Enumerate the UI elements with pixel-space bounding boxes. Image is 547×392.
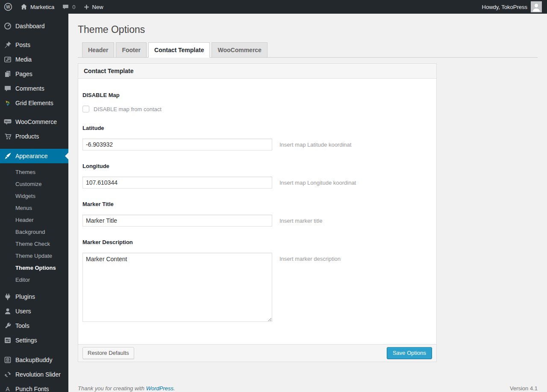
- dashboard-icon: [0, 22, 15, 30]
- user-avatar[interactable]: [531, 1, 542, 12]
- howdy-account-link[interactable]: Howdy, TokoPress: [482, 4, 527, 10]
- new-content-button[interactable]: New: [79, 0, 107, 14]
- sidebar-item-grid-elements[interactable]: Grid Elements: [0, 96, 68, 110]
- wordpress-logo-icon: W: [4, 3, 12, 11]
- comments-bubble-button[interactable]: 0: [58, 0, 79, 14]
- field-marker-title: Marker Title Insert marker title: [82, 201, 431, 227]
- backup-drive-icon: [0, 356, 15, 364]
- latitude-label: Latitude: [82, 125, 431, 131]
- wrench-icon: [0, 321, 15, 330]
- restore-defaults-button[interactable]: Restore Defaults: [82, 347, 134, 359]
- submenu-item-header[interactable]: Header: [0, 214, 68, 226]
- site-name-label: Marketica: [30, 4, 54, 10]
- field-disable-map: DISABLE Map DISABLE map from contact: [82, 92, 431, 112]
- plugin-icon: [0, 292, 15, 301]
- pages-icon: [0, 70, 15, 78]
- sidebar-item-revolution-slider[interactable]: Revolution Slider: [0, 367, 68, 382]
- comments-count: 0: [72, 4, 75, 10]
- page-footer: Thank you for creating with WordPress. V…: [78, 385, 538, 392]
- admin-bar: W Marketica 0 New Howdy, TokoPress: [0, 0, 547, 14]
- field-marker-description: Marker Description Marker Content Insert…: [82, 239, 431, 322]
- disable-map-checkbox-label: DISABLE map from contact: [94, 106, 162, 112]
- sidebar-item-punch-fonts[interactable]: A Punch Fonts: [0, 382, 68, 392]
- comment-bubble-icon: [62, 3, 69, 11]
- avatar-person-icon: [531, 1, 542, 12]
- svg-text:A: A: [6, 386, 10, 392]
- marker-description-label: Marker Description: [82, 239, 431, 245]
- sidebar-item-dashboard[interactable]: Dashboard: [0, 19, 68, 33]
- disable-map-label: DISABLE Map: [82, 92, 431, 98]
- appearance-submenu: Themes Customize Widgets Menus Header Ba…: [0, 163, 68, 289]
- wordpress-link[interactable]: WordPress: [146, 385, 174, 392]
- site-name-button[interactable]: Marketica: [16, 0, 58, 14]
- media-icon: [0, 55, 15, 64]
- latitude-hint: Insert map Latitude koordinat: [279, 139, 351, 148]
- field-latitude: Latitude Insert map Latitude koordinat: [82, 125, 431, 150]
- tab-header[interactable]: Header: [82, 42, 114, 58]
- submenu-item-widgets[interactable]: Widgets: [0, 190, 68, 202]
- latitude-input[interactable]: [82, 139, 272, 150]
- submenu-item-theme-check[interactable]: Theme Check: [0, 238, 68, 250]
- page-frame: Dashboard Posts Media Pages Commen: [0, 14, 547, 392]
- appearance-brush-icon: [0, 152, 15, 160]
- cycle-arrows-icon: [0, 370, 15, 379]
- home-icon: [20, 3, 28, 11]
- submenu-item-customize[interactable]: Customize: [0, 178, 68, 190]
- tab-footer[interactable]: Footer: [116, 42, 147, 58]
- sidebar-item-posts[interactable]: Posts: [0, 38, 68, 52]
- version-label: Version 4.1: [510, 385, 538, 392]
- sidebar-item-products[interactable]: Products: [0, 129, 68, 144]
- save-options-button[interactable]: Save Options: [387, 347, 432, 359]
- submenu-item-theme-options[interactable]: Theme Options: [0, 262, 68, 274]
- marker-description-textarea[interactable]: Marker Content: [82, 253, 272, 322]
- plus-icon: [83, 4, 90, 10]
- page-title: Theme Options: [78, 24, 538, 36]
- sidebar-item-comments[interactable]: Comments: [0, 81, 68, 96]
- panel-title: Contact Template: [78, 64, 436, 79]
- field-longitude: Longitude Insert map Longitude koordinat: [82, 163, 431, 189]
- cart-icon: [0, 132, 15, 141]
- longitude-hint: Insert map Longitude koordinat: [279, 177, 356, 186]
- submenu-item-background[interactable]: Background: [0, 226, 68, 238]
- submenu-item-themes[interactable]: Themes: [0, 166, 68, 178]
- sidebar-item-settings[interactable]: Settings: [0, 333, 68, 348]
- tab-contact-template[interactable]: Contact Template: [148, 42, 210, 58]
- marker-description-hint: Insert marker description: [279, 253, 341, 262]
- pushpin-icon: [0, 41, 15, 49]
- tab-woocommerce[interactable]: WooCommerce: [212, 42, 267, 58]
- admin-bar-left: W Marketica 0 New: [0, 0, 107, 14]
- admin-sidebar: Dashboard Posts Media Pages Commen: [0, 14, 68, 392]
- sidebar-item-pages[interactable]: Pages: [0, 67, 68, 81]
- sidebar-item-media[interactable]: Media: [0, 52, 68, 67]
- disable-map-checkbox[interactable]: [82, 106, 89, 112]
- footer-thanks-text: Thank you for creating with WordPress.: [78, 385, 175, 392]
- sidebar-item-tools[interactable]: Tools: [0, 318, 68, 333]
- admin-bar-right: Howdy, TokoPress: [482, 0, 542, 14]
- wordpress-logo-button[interactable]: W: [0, 0, 16, 14]
- letter-a-icon: A: [0, 385, 15, 392]
- svg-text:Woo: Woo: [5, 120, 11, 123]
- sidebar-item-backupbuddy[interactable]: BackupBuddy: [0, 353, 68, 367]
- sidebar-item-appearance[interactable]: Appearance: [0, 149, 68, 163]
- svg-text:W: W: [6, 5, 10, 9]
- submenu-item-menus[interactable]: Menus: [0, 202, 68, 214]
- panel-body: DISABLE Map DISABLE map from contact Lat…: [78, 79, 436, 344]
- sidebar-item-users[interactable]: Users: [0, 304, 68, 318]
- panel-footer: Restore Defaults Save Options: [78, 344, 436, 362]
- settings-sliders-icon: [0, 336, 15, 345]
- submenu-item-theme-update[interactable]: Theme Update: [0, 250, 68, 262]
- contact-template-panel: Contact Template DISABLE Map DISABLE map…: [78, 63, 437, 362]
- tab-bar: Header Footer Contact Template WooCommer…: [78, 42, 538, 58]
- marker-title-label: Marker Title: [82, 201, 431, 207]
- user-icon: [0, 307, 15, 315]
- new-label: New: [92, 4, 103, 10]
- longitude-input[interactable]: [82, 177, 272, 189]
- marker-title-hint: Insert marker title: [279, 215, 322, 224]
- comments-icon: [0, 84, 15, 93]
- longitude-label: Longitude: [82, 163, 431, 169]
- submenu-item-editor[interactable]: Editor: [0, 274, 68, 286]
- sidebar-item-woocommerce[interactable]: Woo WooCommerce: [0, 115, 68, 129]
- sidebar-item-plugins[interactable]: Plugins: [0, 289, 68, 304]
- marker-title-input[interactable]: [82, 215, 272, 227]
- main-content: Theme Options Header Footer Contact Temp…: [68, 14, 547, 392]
